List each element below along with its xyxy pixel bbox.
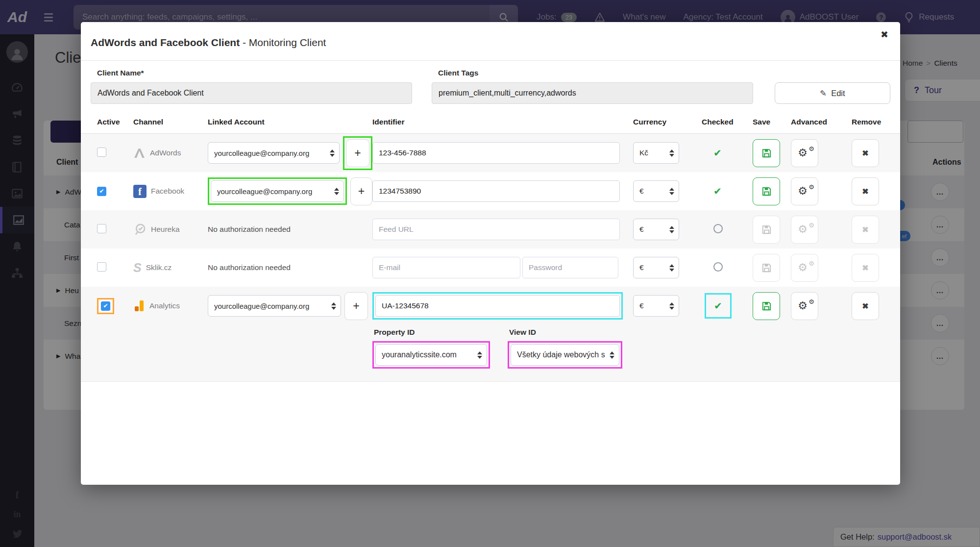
analytics-channel-icon — [133, 299, 145, 312]
remove-button[interactable]: ✖ — [852, 254, 879, 282]
floppy-icon — [761, 148, 772, 159]
remove-x-icon: ✖ — [862, 225, 868, 234]
email-input[interactable] — [372, 257, 520, 278]
highlight-box-green: + — [343, 136, 372, 170]
floppy-icon — [761, 300, 772, 312]
identifier-input[interactable] — [375, 295, 620, 317]
channel-row-analytics: Analytics yourcolleague@company.org + € … — [81, 287, 900, 325]
remove-x-icon: ✖ — [862, 301, 868, 311]
highlight-box-orange — [97, 298, 114, 314]
save-button[interactable] — [753, 254, 780, 282]
active-checkbox[interactable] — [97, 262, 106, 272]
identifier-input[interactable] — [372, 142, 620, 164]
advanced-button[interactable]: ⚙⚙ — [791, 177, 818, 205]
highlight-box-green: yourcolleague@company.org — [208, 177, 347, 205]
property-id-label: Property ID — [374, 328, 490, 337]
cogs-icon: ⚙⚙ — [798, 148, 811, 158]
select-arrows-icon — [331, 302, 336, 310]
channels-table-header: Active Channel Linked Account Identifier… — [81, 110, 900, 134]
channel-row-analytics-group: Analytics yourcolleague@company.org + € … — [81, 287, 900, 382]
highlight-box-magenta: Všetky údaje webových s — [508, 341, 622, 369]
remove-x-icon: ✖ — [862, 187, 868, 196]
currency-select[interactable]: € — [633, 180, 679, 202]
property-id-select[interactable]: youranalyticssite.com — [375, 344, 487, 366]
client-tags-input[interactable] — [432, 82, 753, 104]
cogs-icon: ⚙⚙ — [798, 300, 811, 311]
identifier-input[interactable] — [372, 180, 620, 202]
monitoring-client-modal: ✖ AdWords and Facebook Client - Monitori… — [81, 22, 900, 485]
analytics-property-section: Property ID youranalyticssite.com View I… — [81, 325, 900, 381]
active-checkbox[interactable] — [97, 148, 106, 157]
password-input[interactable] — [522, 257, 618, 278]
client-name-label: Client Name* — [97, 69, 412, 77]
save-button[interactable] — [753, 216, 780, 244]
advanced-button[interactable]: ⚙⚙ — [791, 139, 818, 167]
advanced-button[interactable]: ⚙⚙ — [791, 216, 818, 244]
currency-select[interactable]: € — [633, 219, 679, 240]
heureka-icon — [133, 223, 147, 236]
active-checkbox[interactable] — [97, 187, 106, 196]
select-arrows-icon — [669, 302, 674, 310]
unchecked-icon — [713, 262, 723, 272]
linked-account-select[interactable]: yourcolleague@company.org — [211, 180, 344, 202]
channels-table: Active Channel Linked Account Identifier… — [81, 110, 900, 382]
edit-button[interactable]: ✎ Edit — [775, 82, 890, 104]
save-button[interactable] — [753, 177, 780, 205]
channel-row-heureka: Heureka No authorization needed € ⚙⚙ ✖ — [81, 210, 900, 249]
add-account-button[interactable]: + — [350, 177, 372, 205]
floppy-icon — [761, 224, 772, 235]
client-name-input[interactable] — [91, 82, 412, 104]
cogs-icon: ⚙⚙ — [798, 224, 811, 235]
channel-row-facebook: f Facebook yourcolleague@company.org + €… — [81, 172, 900, 210]
remove-button[interactable]: ✖ — [852, 177, 879, 205]
select-arrows-icon — [330, 149, 335, 157]
channel-row-adwords: AdWords yourcolleague@company.org + Kč ✔… — [81, 134, 900, 172]
floppy-icon — [761, 262, 772, 274]
select-arrows-icon — [669, 226, 674, 233]
remove-x-icon: ✖ — [862, 149, 868, 158]
adwords-icon — [133, 147, 146, 159]
remove-button[interactable]: ✖ — [852, 292, 879, 320]
feed-url-input[interactable] — [372, 219, 620, 240]
currency-select[interactable]: € — [633, 295, 679, 317]
modal-title: AdWords and Facebook Client - Monitoring… — [81, 22, 900, 61]
currency-select[interactable]: € — [633, 257, 679, 278]
active-checkbox[interactable] — [101, 301, 110, 311]
pencil-icon: ✎ — [820, 89, 827, 98]
remove-x-icon: ✖ — [862, 263, 868, 273]
linked-account-select[interactable]: yourcolleague@company.org — [208, 295, 341, 317]
remove-button[interactable]: ✖ — [852, 216, 879, 244]
add-account-button[interactable]: + — [344, 292, 368, 320]
client-tags-label: Client Tags — [438, 69, 753, 77]
facebook-channel-icon: f — [133, 185, 147, 198]
select-arrows-icon — [669, 188, 674, 195]
remove-button[interactable]: ✖ — [852, 139, 879, 167]
close-icon[interactable]: ✖ — [881, 29, 888, 40]
channel-row-sklik: S Sklik.cz No authorization needed € ⚙⚙ … — [81, 249, 900, 287]
view-id-label: View ID — [509, 328, 622, 337]
unchecked-icon — [713, 224, 723, 233]
checked-icon: ✔ — [713, 186, 722, 197]
cogs-icon: ⚙⚙ — [798, 262, 811, 273]
highlight-box-cyan — [372, 292, 623, 320]
add-account-button[interactable]: + — [346, 139, 369, 167]
checked-icon: ✔ — [713, 148, 722, 158]
advanced-button[interactable]: ⚙⚙ — [791, 254, 818, 282]
highlight-box-magenta: youranalyticssite.com — [372, 341, 490, 369]
advanced-button[interactable]: ⚙⚙ — [791, 292, 818, 320]
currency-select[interactable]: Kč — [633, 142, 679, 164]
save-button[interactable] — [753, 292, 780, 320]
active-checkbox[interactable] — [97, 224, 106, 233]
cogs-icon: ⚙⚙ — [798, 186, 811, 197]
select-arrows-icon — [334, 188, 339, 195]
checked-icon: ✔ — [714, 300, 722, 312]
save-button[interactable] — [753, 139, 780, 167]
linked-account-select[interactable]: yourcolleague@company.org — [208, 142, 340, 164]
select-arrows-icon — [610, 351, 614, 359]
view-id-select[interactable]: Všetky údaje webových s — [511, 344, 619, 366]
sklik-icon: S — [133, 261, 142, 275]
floppy-icon — [761, 186, 772, 197]
select-arrows-icon — [669, 264, 674, 272]
highlight-box-cyan: ✔ — [705, 293, 732, 319]
select-arrows-icon — [477, 351, 482, 359]
